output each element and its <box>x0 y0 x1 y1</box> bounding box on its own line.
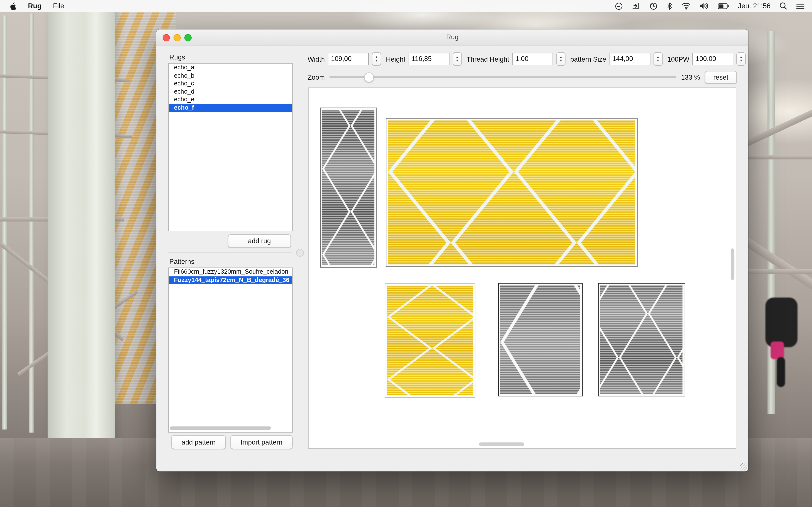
bluetooth-icon[interactable] <box>666 2 673 10</box>
pw100-field-group: 100PW 100,00 ▲▼ <box>667 52 746 66</box>
width-input[interactable]: 109,00 <box>328 53 369 65</box>
stepper-down-icon[interactable]: ▼ <box>456 59 459 63</box>
desktop: Rug Rugs echo_a echo_b echo_c echo_d ech… <box>0 0 812 507</box>
stepper-down-icon[interactable]: ▼ <box>740 59 743 63</box>
zoom-percent-value: 133 % <box>681 73 700 81</box>
rug-preview-medium-bw-large[interactable] <box>498 283 582 396</box>
width-label: Width <box>308 55 325 63</box>
pw100-stepper[interactable]: ▲▼ <box>737 52 746 66</box>
add-rug-button[interactable]: add rug <box>228 234 291 248</box>
rug-preview-large-yellow[interactable] <box>386 118 638 267</box>
thread-height-input[interactable]: 1,00 <box>512 53 553 65</box>
volume-icon[interactable] <box>700 2 709 10</box>
window-title: Rug <box>156 33 748 41</box>
zoom-slider-knob[interactable] <box>364 72 374 82</box>
apple-menu-icon[interactable] <box>9 2 16 10</box>
stepper-down-icon[interactable]: ▼ <box>656 59 659 63</box>
width-stepper[interactable]: ▲▼ <box>372 52 381 66</box>
rugs-list-item[interactable]: echo_c <box>169 79 292 88</box>
stepper-up-icon[interactable]: ▲ <box>656 55 659 59</box>
rugs-list-item-selected[interactable]: echo_f <box>169 104 292 112</box>
background-person <box>765 297 797 347</box>
stepper-up-icon[interactable]: ▲ <box>456 55 459 59</box>
stepper-down-icon[interactable]: ▼ <box>375 59 378 63</box>
canvas-horizontal-scrollbar[interactable] <box>479 442 524 446</box>
spotlight-search-icon[interactable] <box>779 2 787 10</box>
stepper-up-icon[interactable]: ▲ <box>375 55 378 59</box>
menu-item-file[interactable]: File <box>53 2 64 10</box>
creative-cloud-icon[interactable] <box>615 2 623 10</box>
background-fabric-column <box>48 9 115 454</box>
rug-canvas[interactable] <box>308 88 737 449</box>
pattern-size-input[interactable]: 144,00 <box>609 53 650 65</box>
height-label: Height <box>386 55 406 63</box>
canvas-vertical-scrollbar[interactable] <box>731 248 734 280</box>
rug-preview-strip-bw[interactable] <box>320 108 377 268</box>
patterns-list-horizontal-scrollbar[interactable] <box>170 426 271 430</box>
background-person-shorts <box>770 341 784 359</box>
thread-height-field-group: Thread Height 1,00 ▲▼ <box>467 52 566 66</box>
patterns-list-item[interactable]: Fil660cm_fuzzy1320mm_Soufre_celadon <box>169 268 292 276</box>
rugs-section-label: Rugs <box>169 53 185 61</box>
patterns-section-label: Patterns <box>169 258 194 266</box>
menu-app-name[interactable]: Rug <box>28 2 42 10</box>
splitter-knob[interactable] <box>296 249 304 257</box>
rugs-list-item[interactable]: echo_b <box>169 72 292 79</box>
rugs-list-item[interactable]: echo_a <box>169 64 292 72</box>
import-pattern-button[interactable]: Import pattern <box>231 435 293 449</box>
thread-height-label: Thread Height <box>467 55 509 63</box>
rugs-list-item[interactable]: echo_d <box>169 88 292 96</box>
menu-bar: Rug File <box>0 0 812 12</box>
time-machine-clock-icon[interactable] <box>649 2 658 10</box>
patterns-list[interactable]: Fil660cm_fuzzy1320mm_Soufre_celadon Fuzz… <box>168 268 293 433</box>
rug-preview-medium-bw-small[interactable] <box>598 283 685 396</box>
rug-preview-small-yellow[interactable] <box>385 284 475 397</box>
parameters-toolbar: Width 109,00 ▲▼ Height 116,85 ▲▼ Thread … <box>308 51 737 67</box>
stepper-down-icon[interactable]: ▼ <box>559 59 562 63</box>
rug-app-window: Rug Rugs echo_a echo_b echo_c echo_d ech… <box>156 30 748 471</box>
add-pattern-button[interactable]: add pattern <box>171 435 226 449</box>
menu-bar-left: Rug File <box>0 2 64 10</box>
width-field-group: Width 109,00 ▲▼ <box>308 52 381 66</box>
pattern-size-label: pattern Size <box>570 55 606 63</box>
thread-height-stepper[interactable]: ▲▼ <box>556 52 566 66</box>
stepper-up-icon[interactable]: ▲ <box>559 55 562 59</box>
menu-bar-status-area: Jeu. 21:56 <box>615 2 812 10</box>
pw100-input[interactable]: 100,00 <box>693 53 733 65</box>
patterns-list-item-selected[interactable]: Fuzzy144_tapis72cm_N_B_degradé_36 <box>169 276 292 284</box>
zoom-label: Zoom <box>308 73 325 81</box>
zoom-row: Zoom 133 % reset <box>308 71 737 83</box>
height-input[interactable]: 116,85 <box>409 53 449 65</box>
input-source-icon[interactable] <box>632 2 641 10</box>
wifi-icon[interactable] <box>681 2 691 10</box>
window-titlebar[interactable]: Rug <box>156 30 748 46</box>
sidebar-divider <box>168 252 292 253</box>
menu-clock[interactable]: Jeu. 21:56 <box>738 2 770 10</box>
notification-center-icon[interactable] <box>796 2 805 10</box>
stepper-up-icon[interactable]: ▲ <box>740 55 743 59</box>
rugs-list-item[interactable]: echo_e <box>169 96 292 104</box>
battery-icon[interactable] <box>718 2 729 10</box>
pattern-size-field-group: pattern Size 144,00 ▲▼ <box>570 52 663 66</box>
window-resize-grip[interactable] <box>740 463 747 470</box>
height-field-group: Height 116,85 ▲▼ <box>386 52 462 66</box>
zoom-slider[interactable] <box>329 76 676 78</box>
background-person-leg <box>777 357 785 387</box>
rugs-list[interactable]: echo_a echo_b echo_c echo_d echo_e echo_… <box>168 63 293 231</box>
pattern-size-stepper[interactable]: ▲▼ <box>653 52 662 66</box>
pw100-label: 100PW <box>667 55 689 63</box>
reset-zoom-button[interactable]: reset <box>705 71 737 83</box>
height-stepper[interactable]: ▲▼ <box>453 52 462 66</box>
